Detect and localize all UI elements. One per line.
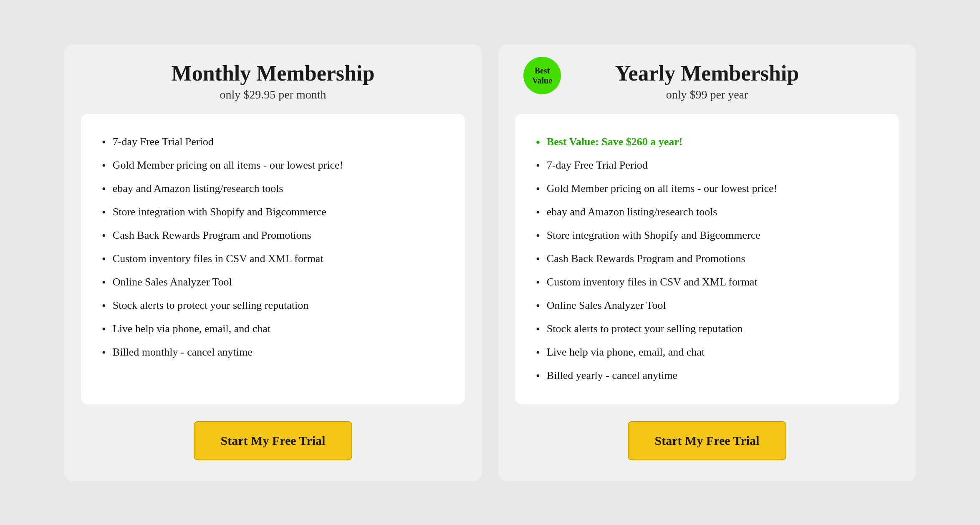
list-item: Cash Back Rewards Program and Promotions bbox=[102, 224, 444, 247]
list-item: Store integration with Shopify and Bigco… bbox=[536, 224, 878, 247]
list-item: 7-day Free Trial Period bbox=[102, 131, 444, 154]
list-item: Gold Member pricing on all items - our l… bbox=[536, 177, 878, 201]
monthly-plan-header: Monthly Membership only $29.95 per month bbox=[81, 61, 465, 101]
list-item: ebay and Amazon listing/research tools bbox=[536, 201, 878, 224]
list-item: Best Value: Save $260 a year! bbox=[536, 131, 878, 154]
monthly-features-list: 7-day Free Trial PeriodGold Member prici… bbox=[102, 131, 444, 364]
list-item: 7-day Free Trial Period bbox=[536, 154, 878, 177]
monthly-plan-subtitle: only $29.95 per month bbox=[81, 88, 465, 101]
yearly-features-list: Best Value: Save $260 a year!7-day Free … bbox=[536, 131, 878, 388]
yearly-cta-button[interactable]: Start My Free Trial bbox=[628, 421, 786, 460]
list-item: Store integration with Shopify and Bigco… bbox=[102, 201, 444, 224]
list-item: Gold Member pricing on all items - our l… bbox=[102, 154, 444, 177]
monthly-cta-button[interactable]: Start My Free Trial bbox=[194, 421, 352, 460]
monthly-features-box: 7-day Free Trial PeriodGold Member prici… bbox=[81, 114, 465, 404]
list-item: Live help via phone, email, and chat bbox=[102, 318, 444, 341]
list-item: Stock alerts to protect your selling rep… bbox=[102, 294, 444, 318]
list-item: Custom inventory files in CSV and XML fo… bbox=[102, 247, 444, 271]
list-item: Cash Back Rewards Program and Promotions bbox=[536, 247, 878, 271]
list-item: Billed yearly - cancel anytime bbox=[536, 364, 878, 388]
yearly-plan-subtitle: only $99 per year bbox=[515, 88, 899, 101]
list-item: Billed monthly - cancel anytime bbox=[102, 341, 444, 364]
list-item: Online Sales Analyzer Tool bbox=[536, 294, 878, 318]
monthly-plan-card: Monthly Membership only $29.95 per month… bbox=[64, 44, 482, 481]
best-value-badge: BestValue bbox=[523, 57, 561, 94]
list-item: Stock alerts to protect your selling rep… bbox=[536, 318, 878, 341]
plans-container: Monthly Membership only $29.95 per month… bbox=[31, 44, 949, 481]
yearly-plan-title: Yearly Membership bbox=[515, 61, 899, 86]
yearly-features-box: Best Value: Save $260 a year!7-day Free … bbox=[515, 114, 899, 404]
list-item: Live help via phone, email, and chat bbox=[536, 341, 878, 364]
yearly-plan-header: BestValue Yearly Membership only $99 per… bbox=[515, 61, 899, 101]
monthly-plan-title: Monthly Membership bbox=[81, 61, 465, 86]
yearly-plan-card: BestValue Yearly Membership only $99 per… bbox=[498, 44, 916, 481]
list-item: ebay and Amazon listing/research tools bbox=[102, 177, 444, 201]
list-item: Custom inventory files in CSV and XML fo… bbox=[536, 271, 878, 294]
list-item: Online Sales Analyzer Tool bbox=[102, 271, 444, 294]
